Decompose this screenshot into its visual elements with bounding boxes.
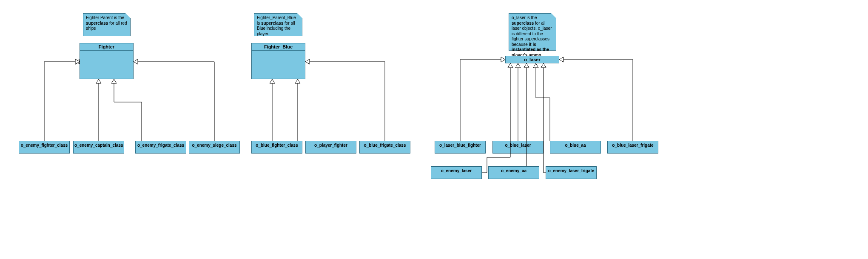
note-fighter-blue: Fighter_Parent_Blue is superclass for al… [254,13,302,36]
class-o-laser: o_laser [505,56,559,63]
note-text-bold: superclass [512,21,534,26]
class-title: o_laser [506,56,559,63]
note-text-bold: superclass [261,21,283,26]
svg-marker-0 [75,60,80,64]
svg-marker-15 [515,63,521,68]
svg-marker-1 [75,59,80,64]
sub-o-blue-laser: o_blue_laser [492,141,544,154]
note-text-bold: superclass [86,21,108,26]
connectors [0,0,868,259]
class-title: Fighter [80,43,133,51]
sub-o-enemy-captain-class: o_enemy_captain_class [73,141,124,154]
svg-marker-11 [295,79,300,83]
svg-marker-16 [533,63,538,68]
note-o-laser: o_laser is the superclass for all laser … [509,13,556,51]
sub-o-blue-laser-frigate: o_blue_laser_frigate [607,141,658,154]
svg-marker-18 [508,63,513,68]
note-text: o_laser is the [512,15,537,20]
class-fighter: Fighter [80,43,134,79]
sub-o-enemy-laser: o_enemy_laser [431,166,482,179]
class-title: Fighter_Blue [252,43,305,51]
sub-o-enemy-laser-frigate: o_enemy_laser_frigate [546,166,597,179]
note-text: Fighter Parent is the [86,15,124,20]
svg-marker-19 [524,63,529,68]
sub-o-blue-frigate-class: o_blue_frigate_class [359,141,410,154]
sub-o-blue-fighter-class: o_blue_fighter_class [251,141,302,154]
sub-o-laser-blue-fighter: o_laser_blue_fighter [435,141,486,154]
sub-o-enemy-siege-class: o_enemy_siege_class [189,141,240,154]
svg-marker-17 [559,57,563,62]
svg-marker-13 [501,57,505,62]
svg-marker-8 [134,59,138,64]
uml-canvas: Fighter Parent is the superclass for all… [0,0,868,259]
sub-o-enemy-frigate-class: o_enemy_frigate_class [135,141,186,154]
sub-o-enemy-fighter-class: o_enemy_fighter_class [19,141,70,154]
note-fighter: Fighter Parent is the superclass for all… [83,13,131,36]
svg-marker-10 [270,79,275,83]
svg-marker-4 [75,59,80,64]
sub-o-blue-aa: o_blue_aa [550,141,601,154]
svg-marker-7 [111,79,117,83]
sub-o-player-fighter: o_player_fighter [305,141,356,154]
svg-marker-6 [96,79,101,83]
class-fighter-blue: Fighter_Blue [251,43,305,79]
svg-marker-20 [541,63,546,68]
sub-o-enemy-aa: o_enemy_aa [488,166,539,179]
svg-marker-12 [305,59,310,64]
